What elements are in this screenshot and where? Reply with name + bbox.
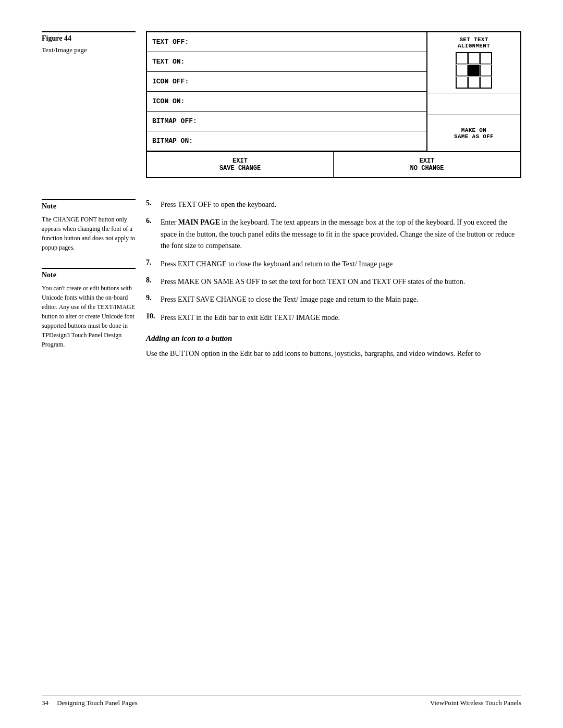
- field-text-off[interactable]: TEXT OFF:: [147, 32, 426, 52]
- align-cell-0-2[interactable]: [480, 53, 492, 64]
- field-bitmap-on[interactable]: BITMAP ON:: [147, 131, 426, 151]
- top-section: Figure 44 Text/Image page TEXT OFF: TEXT…: [42, 31, 521, 178]
- footer-left-text: Designing Touch Panel Pages: [57, 699, 137, 707]
- diagram-body: TEXT OFF: TEXT ON: ICON OFF: ICON ON: BI…: [147, 32, 520, 151]
- footer-left: 34 Designing Touch Panel Pages: [42, 699, 138, 707]
- step-10-text: Press EXIT in the Edit bar to exit Edit …: [161, 312, 340, 324]
- step-5: 5. Press TEXT OFF to open the keyboard.: [146, 199, 521, 211]
- exit-save-change-button[interactable]: EXIT SAVE CHANGE: [147, 152, 334, 177]
- diagram-footer: EXIT SAVE CHANGE EXIT NO CHANGE: [147, 151, 520, 177]
- step-8-text: Press MAKE ON SAME AS OFF to set the tex…: [161, 276, 465, 288]
- footer-right-text: ViewPoint Wireless Touch Panels: [430, 699, 521, 707]
- step-6-text: Enter MAIN PAGE in the keyboard. The tex…: [161, 217, 521, 252]
- step-10-number: 10.: [146, 312, 161, 320]
- alignment-grid[interactable]: [456, 52, 492, 89]
- exit-no-change-button[interactable]: EXIT NO CHANGE: [334, 152, 520, 177]
- make-on-label: MAKE ON SAME AS OFF: [454, 127, 494, 140]
- step-7-text: Press EXIT CHANGE to close the keyboard …: [161, 258, 393, 270]
- field-icon-on[interactable]: ICON ON:: [147, 92, 426, 112]
- note-box-2: Note You can't create or edit buttons wi…: [42, 268, 136, 349]
- page-footer: 34 Designing Touch Panel Pages ViewPoint…: [42, 695, 521, 707]
- field-icon-off[interactable]: ICON OFF:: [147, 72, 426, 92]
- step-6: 6. Enter MAIN PAGE in the keyboard. The …: [146, 217, 521, 252]
- align-cell-2-2[interactable]: [480, 77, 492, 88]
- step-5-text: Press TEXT OFF to open the keyboard.: [161, 199, 276, 211]
- align-cell-1-0[interactable]: [456, 65, 468, 76]
- alignment-panel: SET TEXT ALIGNMENT: [427, 32, 520, 93]
- diagram-fields: TEXT OFF: TEXT ON: ICON OFF: ICON ON: BI…: [147, 32, 426, 151]
- make-on-same-panel[interactable]: MAKE ON SAME AS OFF: [427, 115, 520, 151]
- align-cell-0-1[interactable]: [468, 53, 480, 64]
- footer-page-number: 34: [42, 699, 48, 707]
- align-cell-2-0[interactable]: [456, 77, 468, 88]
- align-cell-1-2[interactable]: [480, 65, 492, 76]
- page-container: Figure 44 Text/Image page TEXT OFF: TEXT…: [0, 0, 563, 728]
- note-text-2: You can't create or edit buttons with Un…: [42, 283, 136, 349]
- left-column-figure: Figure 44 Text/Image page: [42, 31, 146, 178]
- figure-caption: Text/Image page: [42, 46, 136, 54]
- note-title-1: Note: [42, 199, 136, 211]
- step-9: 9. Press EXIT SAVE CHANGE to close the T…: [146, 294, 521, 305]
- field-text-on[interactable]: TEXT ON:: [147, 52, 426, 72]
- align-cell-0-0[interactable]: [456, 53, 468, 64]
- step-9-number: 9.: [146, 294, 161, 302]
- step-8: 8. Press MAKE ON SAME AS OFF to set the …: [146, 276, 521, 288]
- step-6-number: 6.: [146, 217, 161, 225]
- step-5-number: 5.: [146, 199, 161, 207]
- align-cell-2-1[interactable]: [468, 77, 480, 88]
- note-box-1: Note The CHANGE FONT button only appears…: [42, 199, 136, 252]
- step-8-number: 8.: [146, 276, 161, 285]
- align-cell-1-1[interactable]: [468, 65, 480, 76]
- step-7-number: 7.: [146, 258, 161, 267]
- step-9-text: Press EXIT SAVE CHANGE to close the Text…: [161, 294, 418, 305]
- ui-diagram: TEXT OFF: TEXT ON: ICON OFF: ICON ON: BI…: [146, 31, 521, 178]
- set-text-alignment-label: SET TEXT ALIGNMENT: [458, 36, 490, 49]
- field-bitmap-off[interactable]: BITMAP OFF:: [147, 112, 426, 131]
- diagram-right-panel: SET TEXT ALIGNMENT: [426, 32, 520, 151]
- section-paragraph: Use the BUTTON option in the Edit bar to…: [146, 348, 521, 360]
- note-title-2: Note: [42, 268, 136, 279]
- main-content: Note The CHANGE FONT button only appears…: [42, 199, 521, 365]
- content-column: 5. Press TEXT OFF to open the keyboard. …: [146, 199, 521, 365]
- step-10: 10. Press EXIT in the Edit bar to exit E…: [146, 312, 521, 324]
- figure-label: Figure 44: [42, 31, 136, 43]
- note-text-1: The CHANGE FONT button only appears when…: [42, 215, 136, 252]
- step-7: 7. Press EXIT CHANGE to close the keyboa…: [146, 258, 521, 270]
- section-heading: Adding an icon to a button: [146, 334, 521, 343]
- notes-column: Note The CHANGE FONT button only appears…: [42, 199, 146, 365]
- right-middle-spacer: [427, 93, 520, 115]
